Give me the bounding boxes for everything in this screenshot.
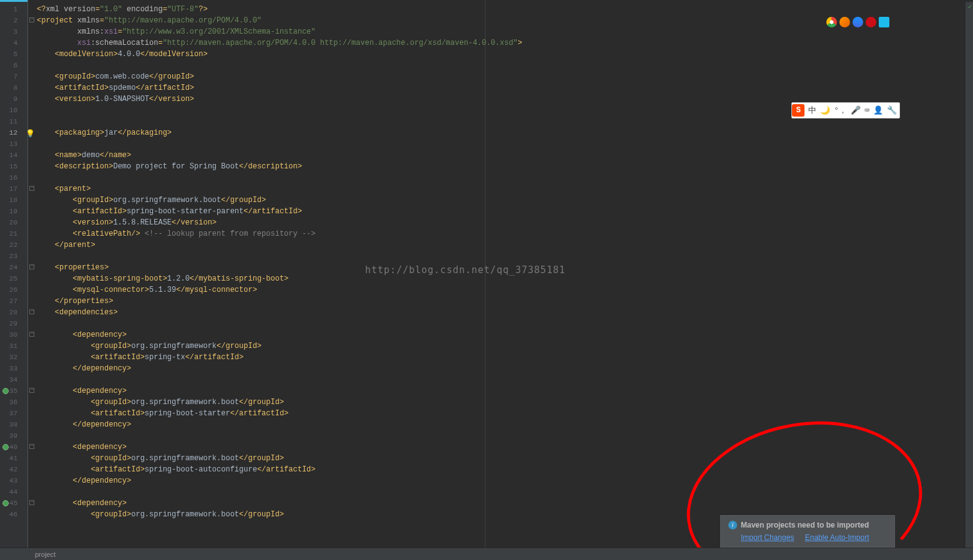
- line-number[interactable]: 34: [0, 374, 27, 385]
- code-line[interactable]: </properties>: [36, 296, 973, 307]
- code-line[interactable]: </dependency>: [36, 363, 973, 374]
- code-line[interactable]: <dependency>: [36, 385, 973, 397]
- line-number[interactable]: 13: [0, 138, 27, 150]
- line-number[interactable]: 10: [0, 105, 27, 116]
- ime-lang-icon[interactable]: 中: [808, 105, 816, 116]
- fold-toggle-icon[interactable]: [29, 444, 34, 449]
- code-line[interactable]: [36, 60, 973, 71]
- fold-toggle-icon[interactable]: [29, 186, 34, 191]
- line-number[interactable]: 39: [0, 430, 27, 442]
- code-line[interactable]: [36, 486, 973, 498]
- line-number[interactable]: 35: [0, 385, 27, 397]
- fold-toggle-icon[interactable]: [29, 264, 34, 269]
- line-number[interactable]: 8: [0, 82, 27, 94]
- line-number[interactable]: 3: [0, 26, 27, 37]
- code-line[interactable]: </parent>: [36, 239, 973, 251]
- line-number[interactable]: 28: [0, 307, 27, 318]
- code-line[interactable]: <groupId>org.springframework</groupId>: [36, 340, 973, 352]
- sogou-logo-icon[interactable]: S: [792, 104, 804, 117]
- code-line[interactable]: </dependency>: [36, 419, 973, 430]
- code-line[interactable]: <artifactId>spring-boot-starter-parent</…: [36, 206, 973, 217]
- firefox-icon[interactable]: [839, 17, 850, 27]
- code-line[interactable]: <dependency>: [36, 498, 973, 509]
- fold-toggle-icon[interactable]: [29, 500, 34, 505]
- ie-icon[interactable]: [879, 17, 889, 27]
- line-number[interactable]: 2: [0, 15, 27, 26]
- code-line[interactable]: <groupId>org.springframework.boot</group…: [36, 195, 973, 206]
- line-number[interactable]: 36: [0, 397, 27, 408]
- override-gutter-icon[interactable]: [2, 388, 9, 394]
- line-number[interactable]: 14: [0, 150, 27, 161]
- fold-toggle-icon[interactable]: [29, 332, 34, 337]
- line-number[interactable]: 18: [0, 195, 27, 206]
- code-line[interactable]: [36, 138, 973, 150]
- code-line[interactable]: <artifactId>spring-tx</artifactId>: [36, 352, 973, 363]
- code-line[interactable]: <dependency>: [36, 329, 973, 340]
- code-line[interactable]: <groupId>org.springframework.boot</group…: [36, 397, 973, 408]
- line-number[interactable]: 21: [0, 228, 27, 239]
- code-line[interactable]: </dependency>: [36, 475, 973, 486]
- code-line[interactable]: xsi:schemaLocation="http://maven.apache.…: [36, 37, 973, 49]
- line-number[interactable]: 43: [0, 475, 27, 486]
- line-number[interactable]: 29: [0, 318, 27, 329]
- code-line[interactable]: <relativePath/> <!-- lookup parent from …: [36, 228, 973, 239]
- line-number[interactable]: 32: [0, 352, 27, 363]
- code-line[interactable]: <dependency>: [36, 442, 973, 453]
- ime-settings-icon[interactable]: 🔧: [887, 105, 897, 115]
- fold-column[interactable]: [28, 0, 36, 560]
- safari-icon[interactable]: [853, 17, 863, 27]
- chrome-icon[interactable]: [826, 17, 837, 27]
- code-line[interactable]: <artifactId>spring-boot-autoconfigure</a…: [36, 464, 973, 475]
- ime-keyboard-icon[interactable]: ⌨: [864, 105, 869, 115]
- line-number[interactable]: 4: [0, 37, 27, 49]
- code-line[interactable]: <version>1.5.8.RELEASE</version>: [36, 217, 973, 228]
- override-gutter-icon[interactable]: [2, 444, 9, 450]
- code-line[interactable]: [36, 172, 973, 183]
- line-number[interactable]: 23: [0, 251, 27, 262]
- code-line[interactable]: <?xml version="1.0" encoding="UTF-8"?>: [36, 4, 973, 15]
- breadcrumb[interactable]: project: [35, 551, 56, 558]
- code-line[interactable]: <dependencies>: [36, 307, 973, 318]
- line-number[interactable]: 40: [0, 442, 27, 453]
- line-number[interactable]: 38: [0, 419, 27, 430]
- fold-toggle-icon[interactable]: [29, 309, 34, 314]
- fold-toggle-icon[interactable]: [29, 17, 34, 22]
- code-line[interactable]: 💡 <packaging>jar</packaging>: [36, 127, 973, 138]
- line-number[interactable]: 25: [0, 273, 27, 284]
- code-line[interactable]: <name>demo</name>: [36, 150, 973, 161]
- opera-icon[interactable]: [866, 17, 876, 27]
- line-number[interactable]: 37: [0, 408, 27, 419]
- line-number[interactable]: 19: [0, 206, 27, 217]
- line-number[interactable]: 22: [0, 239, 27, 251]
- line-number[interactable]: 46: [0, 509, 27, 520]
- line-number[interactable]: 33: [0, 363, 27, 374]
- ime-punct-icon[interactable]: °，: [834, 105, 847, 116]
- line-number[interactable]: 9: [0, 94, 27, 105]
- line-number[interactable]: 11: [0, 116, 27, 127]
- line-number[interactable]: 15: [0, 161, 27, 172]
- line-number[interactable]: 41: [0, 453, 27, 464]
- line-gutter[interactable]: 1234567891011121314151617181920212223242…: [0, 0, 28, 560]
- line-number[interactable]: 24: [0, 262, 27, 273]
- code-line[interactable]: <modelVersion>4.0.0</modelVersion>: [36, 49, 973, 60]
- code-line[interactable]: [36, 318, 973, 329]
- line-number[interactable]: 42: [0, 464, 27, 475]
- ime-moon-icon[interactable]: 🌙: [820, 105, 830, 115]
- line-number[interactable]: 7: [0, 71, 27, 82]
- import-changes-link[interactable]: Import Changes: [741, 533, 794, 542]
- line-number[interactable]: 31: [0, 340, 27, 352]
- line-number[interactable]: 17: [0, 183, 27, 195]
- line-number[interactable]: 45: [0, 498, 27, 509]
- line-number[interactable]: 20: [0, 217, 27, 228]
- enable-auto-import-link[interactable]: Enable Auto-Import: [805, 533, 869, 542]
- code-line[interactable]: <groupId>org.springframework.boot</group…: [36, 453, 973, 464]
- code-line[interactable]: [36, 374, 973, 385]
- intention-bulb-icon[interactable]: 💡: [26, 128, 35, 140]
- line-number[interactable]: 5: [0, 49, 27, 60]
- line-number[interactable]: 1: [0, 4, 27, 15]
- code-line[interactable]: [36, 430, 973, 442]
- scrollbar[interactable]: ✓: [966, 2, 973, 548]
- line-number[interactable]: 30: [0, 329, 27, 340]
- ime-toolbar[interactable]: S 中 🌙 °， 🎤 ⌨ 👤 🔧: [791, 102, 900, 118]
- code-line[interactable]: <artifactId>spring-boot-starter</artifac…: [36, 408, 973, 419]
